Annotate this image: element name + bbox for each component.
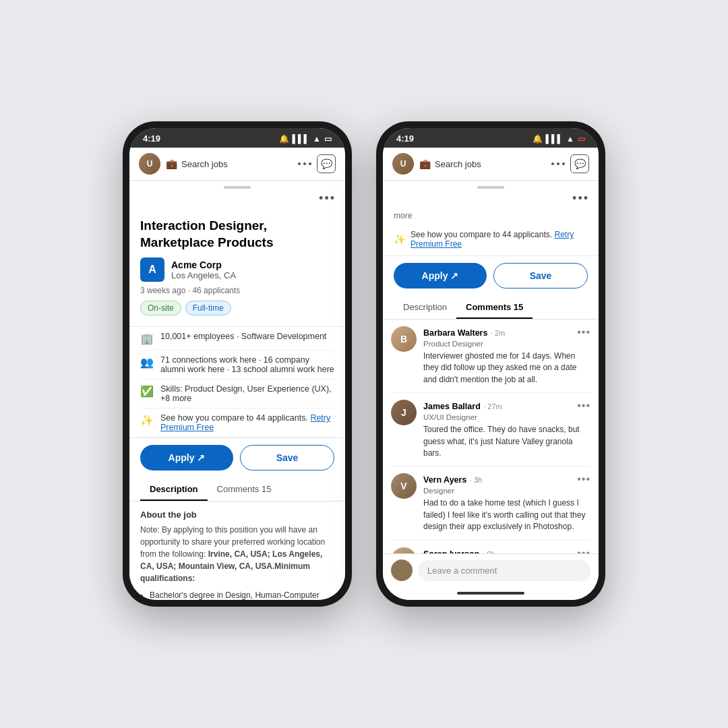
comment-body-james: James Ballard · 27m ••• UX/UI Designer T… — [423, 400, 590, 459]
company-logo: A — [140, 257, 164, 282]
info-skills: ✅ Skills: Product Design, User Experienc… — [140, 380, 334, 408]
sheet-handle-2 — [477, 186, 504, 189]
comment-input-field[interactable]: Leave a comment — [418, 560, 590, 581]
job-tags: On-site Full-time — [140, 301, 334, 315]
messages-icon-2[interactable]: 💬 — [570, 154, 589, 173]
avatar-barbara: B — [391, 326, 417, 352]
battery-icon: ▭ — [324, 134, 332, 144]
comment-input-avatar — [391, 559, 413, 581]
comment-header-james: James Ballard · 27m ••• — [423, 400, 590, 412]
comment-body-soren: Soren Iverson · 6h ••• Account Executive… — [423, 547, 590, 553]
tab-comments-1[interactable]: Comments 15 — [208, 477, 281, 501]
nav-more-1[interactable] — [298, 162, 311, 165]
tag-onsite: On-site — [140, 301, 181, 315]
comment-menu-barbara[interactable]: ••• — [577, 326, 590, 338]
comment-text-barbara: Interviewer ghosted me for 14 days. When… — [423, 351, 590, 386]
job-meta: 3 weeks ago · 46 applicants — [140, 286, 334, 295]
phone-1: 4:19 🔔 ▌▌▌ ▲ ▭ U 💼 Search jobs — [123, 121, 352, 607]
desc-heading: About the job — [140, 510, 334, 520]
comment-role-james: UX/UI Designer — [423, 413, 590, 421]
bullet-list: Bachelor's degree in Design, Human-Compu… — [140, 590, 334, 600]
comment-text-james: Toured the office. They do have snacks, … — [423, 424, 590, 459]
compare-icon: ✨ — [140, 414, 154, 427]
phones-container: 4:19 🔔 ▌▌▌ ▲ ▭ U 💼 Search jobs — [123, 121, 605, 607]
comment-header-barbara: Barbara Walters · 2m ••• — [423, 326, 590, 338]
tab-description-2[interactable]: Description — [394, 295, 456, 319]
comment-name-barbara: Barbara Walters — [423, 328, 487, 338]
tab-comments-2[interactable]: Comments 15 — [456, 295, 533, 319]
people-icon: 👥 — [140, 356, 154, 369]
compare-row-2: ✨ See how you compare to 44 applicants. … — [383, 226, 599, 255]
briefcase-icon-2: 💼 — [419, 158, 431, 169]
battery-icon-2: ▭ — [578, 134, 585, 144]
skills-icon: ✅ — [140, 385, 154, 398]
tab-comments-label-2: Comments 15 — [466, 302, 523, 312]
comment-menu-vern[interactable]: ••• — [577, 473, 590, 485]
tabs-row-2: Description Comments 15 — [383, 295, 599, 320]
comment-menu-soren[interactable]: ••• — [577, 547, 590, 553]
search-label-2: Search jobs — [435, 159, 481, 169]
tab-description-1[interactable]: Description — [140, 477, 208, 501]
info-compare: ✨ See how you compare to 44 applicants. … — [140, 408, 334, 437]
company-row: A Acme Corp Los Angeles, CA — [140, 257, 334, 282]
apply-button-1[interactable]: Apply ↗ — [140, 445, 233, 471]
comment-role-barbara: Product Designer — [423, 340, 590, 348]
desc-body: Note: By applying to this position you w… — [140, 524, 334, 584]
apply-section-2: Apply ↗ Save — [383, 255, 599, 295]
apply-button-2[interactable]: Apply ↗ — [394, 263, 487, 289]
phone-2-inner: 4:19 🔔 ▌▌▌ ▲ ▭ U 💼 Search jobs — [383, 128, 599, 600]
info-employees: 🏢 10,001+ employees · Software Developme… — [140, 327, 334, 351]
search-label-1: Search jobs — [181, 159, 228, 169]
sheet-more-1[interactable]: ••• — [129, 191, 345, 208]
comments-list: B Barbara Walters · 2m ••• Product Desig… — [383, 320, 599, 553]
apply-section-1: Apply ↗ Save — [129, 437, 345, 477]
wifi-icon: ▲ — [313, 134, 321, 144]
comment-input-row: Leave a comment — [383, 553, 599, 586]
compare-text-2: See how you compare to 44 applicants. Re… — [411, 230, 588, 249]
status-bar-2: 4:19 🔔 ▌▌▌ ▲ ▭ — [383, 128, 599, 148]
comment-james: J James Ballard · 27m ••• UX/UI Designer — [391, 393, 590, 466]
nav-more-2[interactable] — [551, 162, 565, 165]
nav-bar-2: U 💼 Search jobs 💬 — [383, 148, 599, 181]
info-connections: 👥 71 connections work here · 16 company … — [140, 351, 334, 380]
comment-body-vern: Vern Ayers · 3h ••• Designer Had to do a… — [423, 473, 590, 533]
home-bar-2 — [457, 592, 524, 595]
user-avatar-2[interactable]: U — [392, 153, 414, 175]
tabs-row-1: Description Comments 15 — [129, 477, 345, 502]
search-area-1[interactable]: 💼 Search jobs — [166, 158, 293, 169]
phone-2: 4:19 🔔 ▌▌▌ ▲ ▭ U 💼 Search jobs — [376, 121, 605, 607]
signal-icon-2: ▌▌▌ — [546, 134, 564, 144]
more-button-2[interactable]: ••• — [572, 191, 589, 205]
search-area-2[interactable]: 💼 Search jobs — [419, 158, 546, 169]
content-area-1: ••• Interaction Designer, Marketplace Pr… — [129, 181, 345, 600]
more-button-1[interactable]: ••• — [319, 191, 336, 205]
status-icons-1: 🔔 ▌▌▌ ▲ ▭ — [279, 134, 332, 144]
phone-1-inner: 4:19 🔔 ▌▌▌ ▲ ▭ U 💼 Search jobs — [129, 128, 345, 600]
notification-icon: 🔔 — [279, 134, 289, 144]
comment-menu-james[interactable]: ••• — [577, 400, 590, 412]
job-info-list: 🏢 10,001+ employees · Software Developme… — [129, 327, 345, 437]
save-button-1[interactable]: Save — [240, 445, 334, 471]
home-indicator-2 — [383, 586, 599, 600]
signal-icon: ▌▌▌ — [293, 134, 310, 144]
avatar-james: J — [391, 400, 417, 425]
avatar-vern: V — [391, 473, 417, 499]
messages-icon-1[interactable]: 💬 — [317, 154, 336, 173]
time-2: 4:19 — [396, 133, 414, 144]
status-bar-1: 4:19 🔔 ▌▌▌ ▲ ▭ — [129, 128, 345, 148]
status-icons-2: 🔔 ▌▌▌ ▲ ▭ — [533, 134, 585, 144]
comment-name-vern: Vern Ayers — [423, 475, 466, 485]
building-icon: 🏢 — [140, 332, 154, 345]
save-button-2[interactable]: Save — [493, 263, 588, 289]
company-name: Acme Corp — [171, 260, 236, 270]
job-title: Interaction Designer, Marketplace Produc… — [140, 218, 334, 251]
comment-time-james: · 27m — [483, 402, 502, 411]
avatar-soren: S — [391, 547, 417, 553]
sheet-more-2[interactable]: ••• — [383, 191, 599, 208]
tab-comments-label-1: Comments 15 — [217, 484, 272, 494]
job-title-section: Interaction Designer, Marketplace Produc… — [129, 208, 345, 327]
bullet-1: Bachelor's degree in Design, Human-Compu… — [150, 590, 334, 600]
comment-header-soren: Soren Iverson · 6h ••• — [423, 547, 590, 553]
comment-vern: V Vern Ayers · 3h ••• Designer — [391, 466, 590, 540]
user-avatar-1[interactable]: U — [139, 153, 160, 175]
